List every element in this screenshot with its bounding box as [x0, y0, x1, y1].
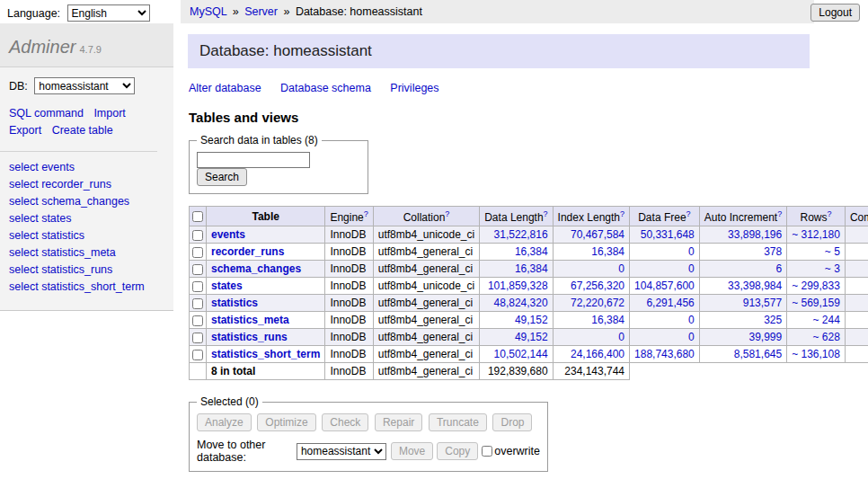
- search-input[interactable]: [197, 152, 310, 168]
- sql-command-link[interactable]: SQL command: [9, 107, 84, 120]
- row-checkbox[interactable]: [192, 281, 203, 292]
- data-length-link[interactable]: 10,502,144: [494, 348, 548, 360]
- table-link[interactable]: statistics_short_term: [211, 348, 320, 360]
- data-length-link[interactable]: 48,824,320: [494, 297, 548, 309]
- move-db-select[interactable]: homeassistant: [297, 443, 386, 460]
- index-length-link[interactable]: 0: [618, 262, 624, 275]
- index-length-link[interactable]: 24,166,400: [571, 348, 624, 360]
- data-free-link[interactable]: 0: [688, 331, 695, 343]
- index-length-link[interactable]: 16,384: [591, 314, 624, 326]
- column-header-collation: Collation?: [373, 207, 479, 226]
- auto-increment-link[interactable]: 6: [775, 262, 782, 275]
- row-checkbox[interactable]: [192, 247, 203, 258]
- rows-link[interactable]: ~ 628: [813, 331, 840, 343]
- sidebar-item-select-statistics[interactable]: select statistics: [9, 227, 164, 244]
- table-link[interactable]: statistics_runs: [211, 331, 288, 343]
- rows-link[interactable]: ~ 312,180: [792, 228, 840, 241]
- help-link[interactable]: ?: [686, 209, 691, 218]
- row-checkbox[interactable]: [192, 264, 203, 275]
- data-length-link[interactable]: 49,152: [515, 314, 548, 326]
- breadcrumb-mysql-link[interactable]: MySQL: [190, 5, 226, 18]
- index-length-link[interactable]: 70,467,584: [571, 228, 624, 241]
- select-all-checkbox[interactable]: [192, 211, 203, 222]
- auto-increment-link[interactable]: 325: [764, 314, 782, 326]
- table-row: events InnoDB utf8mb4_unicode_ci 31,522,…: [190, 226, 868, 244]
- search-button[interactable]: Search: [197, 168, 247, 186]
- auto-increment-link[interactable]: 39,999: [748, 331, 782, 343]
- data-length-link[interactable]: 49,152: [515, 331, 548, 343]
- export-link[interactable]: Export: [9, 124, 41, 137]
- logout-button[interactable]: Logout: [810, 4, 860, 22]
- db-select[interactable]: homeassistant: [34, 77, 135, 94]
- row-checkbox[interactable]: [192, 230, 203, 241]
- language-select[interactable]: English: [67, 4, 150, 22]
- help-link[interactable]: ?: [364, 209, 368, 218]
- data-length-link[interactable]: 101,859,328: [488, 279, 548, 292]
- import-link[interactable]: Import: [93, 107, 125, 120]
- table-link[interactable]: statistics_meta: [211, 314, 289, 326]
- auto-increment-link[interactable]: 33,398,984: [728, 279, 782, 292]
- rows-link[interactable]: ~ 244: [813, 314, 840, 326]
- help-link[interactable]: ?: [828, 209, 832, 218]
- rows-link[interactable]: ~ 299,833: [792, 279, 840, 292]
- help-link[interactable]: ?: [445, 209, 449, 218]
- sidebar-item-select-statistics-runs[interactable]: select statistics_runs: [9, 262, 164, 279]
- table-link[interactable]: schema_changes: [211, 262, 301, 275]
- index-length-link[interactable]: 0: [618, 331, 624, 343]
- main-content: Database: homeassistant Alter database D…: [181, 23, 864, 488]
- table-link[interactable]: statistics: [211, 297, 258, 309]
- create-table-link[interactable]: Create table: [52, 124, 113, 137]
- sidebar-item-select-schema-changes[interactable]: select schema_changes: [9, 193, 164, 210]
- index-length-link[interactable]: 67,256,320: [571, 279, 624, 292]
- overwrite-checkbox[interactable]: [482, 446, 492, 457]
- rows-link[interactable]: ~ 136,108: [792, 348, 840, 360]
- row-checkbox[interactable]: [192, 315, 203, 326]
- data-free-link[interactable]: 6,291,456: [646, 297, 694, 309]
- index-length-link[interactable]: 72,220,672: [571, 297, 624, 309]
- collation-cell: utf8mb4_general_ci: [373, 261, 479, 278]
- table-link[interactable]: events: [211, 228, 245, 241]
- data-length-link[interactable]: 16,384: [515, 245, 548, 258]
- rows-link[interactable]: ~ 3: [825, 262, 840, 275]
- sidebar-item-select-events[interactable]: select events: [9, 159, 164, 176]
- auto-increment-link[interactable]: 378: [764, 245, 782, 258]
- alter-database-link[interactable]: Alter database: [189, 82, 261, 94]
- data-free-link[interactable]: 0: [688, 245, 695, 258]
- data-length-link[interactable]: 31,522,816: [494, 228, 548, 241]
- database-schema-link[interactable]: Database schema: [280, 82, 371, 94]
- auto-increment-link[interactable]: 913,577: [743, 297, 782, 309]
- help-link[interactable]: ?: [620, 209, 624, 218]
- row-checkbox[interactable]: [192, 333, 203, 343]
- collation-cell: utf8mb4_general_ci: [373, 346, 479, 363]
- table-link[interactable]: recorder_runs: [211, 245, 284, 258]
- collation-cell: utf8mb4_general_ci: [373, 295, 479, 312]
- rows-link[interactable]: ~ 569,159: [792, 297, 840, 309]
- comment-cell: [845, 312, 868, 329]
- data-free-link[interactable]: 104,857,600: [634, 279, 695, 292]
- auto-increment-link[interactable]: 8,581,645: [734, 348, 782, 360]
- sidebar-item-select-recorder-runs[interactable]: select recorder_runs: [9, 176, 164, 193]
- auto-increment-link[interactable]: 33,898,196: [728, 228, 782, 241]
- help-link[interactable]: ?: [544, 209, 548, 218]
- table-link[interactable]: states: [211, 279, 243, 292]
- collation-cell: utf8mb4_general_ci: [373, 312, 479, 329]
- privileges-link[interactable]: Privileges: [390, 82, 438, 94]
- breadcrumb-server-link[interactable]: Server: [244, 5, 278, 18]
- data-free-link[interactable]: 0: [688, 262, 695, 275]
- row-checkbox[interactable]: [192, 298, 203, 309]
- total-label: 8 in total: [207, 363, 325, 380]
- adminer-logo-link[interactable]: Adminer: [9, 37, 75, 57]
- data-free-link[interactable]: 50,331,648: [641, 228, 695, 241]
- index-length-link[interactable]: 16,384: [591, 245, 624, 258]
- sidebar-item-select-states[interactable]: select states: [9, 210, 164, 227]
- language-label: Language:: [7, 7, 60, 20]
- db-selector: DB: homeassistant: [0, 67, 173, 98]
- help-link[interactable]: ?: [777, 209, 782, 218]
- data-free-link[interactable]: 0: [688, 314, 695, 326]
- data-length-link[interactable]: 16,384: [515, 262, 548, 275]
- row-checkbox[interactable]: [192, 350, 203, 360]
- data-free-link[interactable]: 188,743,680: [634, 348, 695, 360]
- rows-link[interactable]: ~ 5: [825, 245, 840, 258]
- sidebar-item-select-statistics-short-term[interactable]: select statistics_short_term: [9, 279, 164, 296]
- sidebar-item-select-statistics-meta[interactable]: select statistics_meta: [9, 244, 164, 262]
